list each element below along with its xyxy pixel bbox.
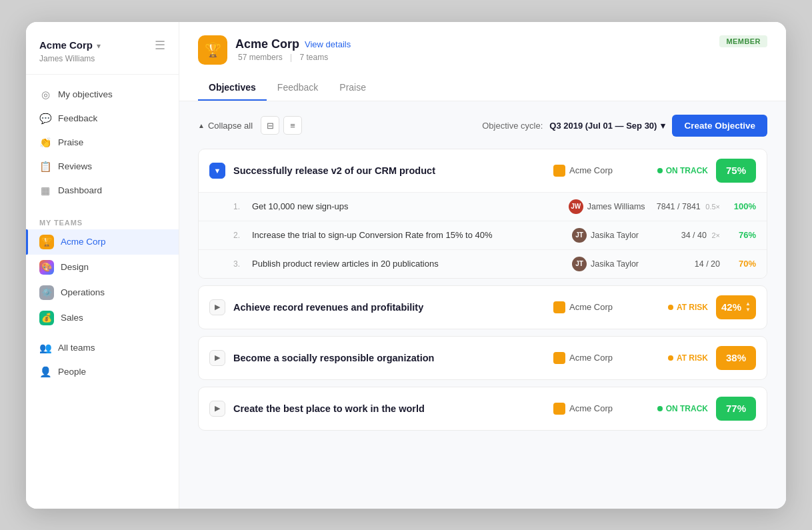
sidebar-item-reviews[interactable]: 📋 Reviews [26,155,179,179]
avatar-3: JT [572,257,587,271]
expand-button-1[interactable]: ▼ [209,163,225,179]
nav-label-my-objectives: My objectives [58,89,113,99]
cycle-value: Q3 2019 (Jul 01 — Sep 30) [549,121,657,131]
nav-label-reviews: Reviews [58,161,92,171]
kr-progress-2: 34 / 40 2× [660,231,720,240]
kr-row-2: 2. Increase the trial to sign-up Convers… [199,221,767,250]
progress-value-1: 75% [726,165,746,176]
team-icon-design: 🎨 [39,260,54,275]
teams-count: 7 teams [300,53,329,62]
kr-progress-1: 7841 / 7841 0.5× [657,202,720,211]
progress-badge-2: 42% ▲ ▼ [716,295,756,319]
sidebar-user: James Williams [39,54,165,63]
kr-owner-3: JT Jasika Taylor [572,257,652,271]
sidebar-item-praise[interactable]: 👏 Praise [26,131,179,155]
expand-button-3[interactable]: ▶ [209,350,225,366]
avatar-2: JT [572,228,587,243]
nav-label-people: People [58,367,86,377]
avatar-1: JW [569,199,583,214]
status-dot-3 [668,355,673,361]
brand-arrow: ▾ [97,41,101,51]
sidebar-team-operations[interactable]: ⚙️ Operations [26,280,179,305]
kr-owner-2: JT Jasika Taylor [572,228,652,243]
target-icon: ◎ [39,89,51,101]
team-name-2: Acme Corp [569,302,613,312]
cycle-label: Objective cycle: [482,121,543,131]
members-count: 57 members [238,53,283,62]
dashboard-icon: ▦ [39,185,51,197]
main-content: ▲ Collapse all ⊟ ≡ Objective cycle: Q3 2… [179,101,786,509]
objective-team-4: Acme Corp [553,403,633,415]
sidebar-team-acme-corp[interactable]: 🏆 Acme Corp [26,229,179,255]
sidebar-nav: ◎ My objectives 💬 Feedback 👏 Praise 📋 Re… [26,75,179,211]
status-badge-1: ON TRACK [641,166,708,175]
kr-owner-name-3: Jasika Taylor [591,259,639,269]
org-header: 🏆 Acme Corp View details 57 members | 7 … [198,35,767,65]
hamburger-icon[interactable]: ☰ [155,38,165,53]
people-icon: 👤 [39,366,51,378]
view-details-link[interactable]: View details [305,39,351,49]
sidebar-item-people[interactable]: 👤 People [26,360,179,384]
org-logo: 🏆 [198,35,227,65]
nav-label-dashboard: Dashboard [58,185,102,195]
kr-owner-name-2: Jasika Taylor [591,231,639,240]
status-text-1: ON TRACK [666,166,708,175]
team-dot-2 [553,301,565,313]
status-badge-4: ON TRACK [641,404,708,413]
kr-title-2: Increase the trial to sign-up Conversion… [252,230,564,240]
nav-label-praise: Praise [58,137,83,147]
kr-num-1: 1. [233,202,244,211]
hierarchy-view-button[interactable]: ⊟ [261,116,279,135]
kr-pct-3: 70% [728,259,756,269]
status-dot-4 [657,406,663,411]
team-label-design: Design [61,262,89,272]
kr-pct-2: 76% [728,230,756,240]
team-dot-3 [553,352,565,364]
progress-value-4: 77% [726,403,746,414]
sidebar-item-dashboard[interactable]: ▦ Dashboard [26,179,179,203]
org-details: Acme Corp View details 57 members | 7 te… [235,37,351,62]
objective-team-3: Acme Corp [553,352,633,364]
sidebar-item-my-objectives[interactable]: ◎ My objectives [26,83,179,107]
kr-title-1: Get 10,000 new sign-ups [252,201,561,211]
list-view-button[interactable]: ≡ [283,116,302,135]
objective-row-2: ▶ Achieve record revenues and profitabil… [199,286,767,329]
kr-title-3: Publish product review articles in 20 pu… [252,259,564,269]
progress-badge-3: 38% [716,346,756,370]
tab-feedback[interactable]: Feedback [267,75,329,101]
status-text-3: AT RISK [677,353,708,363]
objective-row-4: ▶ Create the best place to work in the w… [199,387,767,430]
team-name-4: Acme Corp [569,403,613,413]
member-badge: MEMBER [719,35,767,47]
team-name-1: Acme Corp [569,165,613,175]
tab-praise[interactable]: Praise [329,75,377,101]
app-container: Acme Corp ▾ ☰ James Williams ◎ My object… [26,22,786,509]
sidebar-team-design[interactable]: 🎨 Design [26,255,179,280]
brand-name[interactable]: Acme Corp [39,39,93,51]
nav-label-feedback: Feedback [58,113,97,123]
brand-name-row: Acme Corp ▾ [39,39,101,51]
teams-section-label: MY TEAMS [26,211,179,229]
team-icon-operations: ⚙️ [39,285,54,300]
expand-button-4[interactable]: ▶ [209,401,225,417]
objective-title-1: Successfully release v2 of our CRM produ… [233,165,545,176]
collapse-all-button[interactable]: ▲ Collapse all [198,121,253,131]
team-label-operations: Operations [61,287,105,297]
objective-card-1: ▼ Successfully release v2 of our CRM pro… [198,149,767,279]
tab-objectives[interactable]: Objectives [198,75,267,101]
sidebar-item-all-teams[interactable]: 👥 All teams [26,336,179,360]
objective-row-1: ▼ Successfully release v2 of our CRM pro… [199,149,767,192]
expand-button-2[interactable]: ▶ [209,299,225,315]
team-icon-acme: 🏆 [39,235,54,249]
create-objective-button[interactable]: Create Objective [672,115,767,137]
kr-multiplier-1: 0.5× [705,203,720,211]
collapse-all-label: Collapse all [208,121,253,131]
objective-team-1: Acme Corp [553,165,633,177]
status-text-4: ON TRACK [666,404,708,413]
sidebar-item-feedback[interactable]: 💬 Feedback [26,107,179,131]
sidebar-team-sales[interactable]: 💰 Sales [26,305,179,331]
collapse-up-icon: ▲ [198,122,205,129]
toolbar: ▲ Collapse all ⊟ ≡ Objective cycle: Q3 2… [198,115,767,137]
cycle-select-button[interactable]: Q3 2019 (Jul 01 — Sep 30) ▾ [549,121,665,131]
org-name-row: Acme Corp View details [235,37,351,51]
